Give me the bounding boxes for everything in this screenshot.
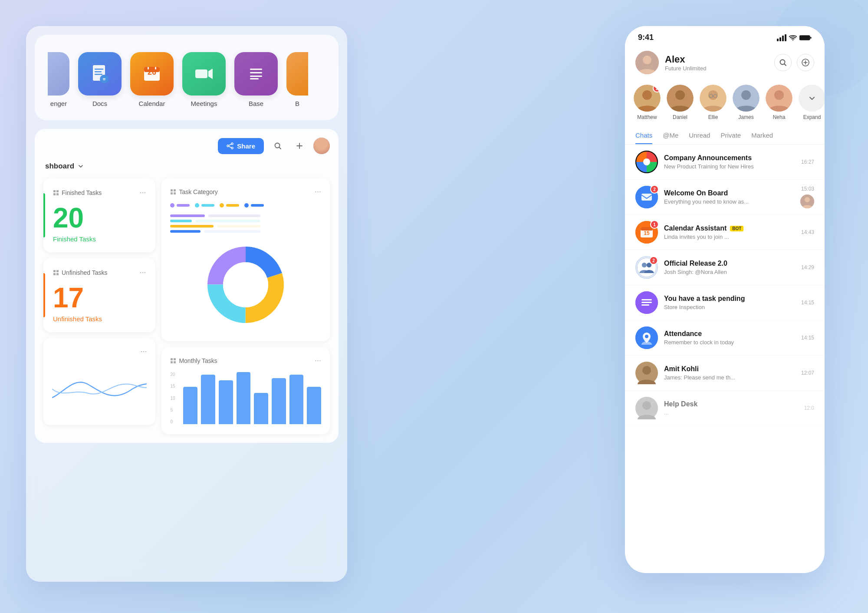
user-avatar[interactable]	[313, 138, 330, 154]
line-chart-menu-dots[interactable]: ···	[140, 347, 147, 356]
svg-rect-4	[95, 71, 102, 73]
chat-calendar-assistant[interactable]: 15 1 Calendar Assistant BOT Linda invite…	[625, 215, 825, 250]
attendance-meta: 14:15	[801, 335, 814, 341]
dropdown-arrow-icon[interactable]	[78, 163, 84, 169]
orange-stripe	[43, 273, 45, 317]
battery-icon	[799, 35, 812, 41]
tab-private[interactable]: Private	[720, 127, 741, 144]
chat-official-release[interactable]: 2 Official Release 2.0 Josh Singh: @Nora…	[625, 250, 825, 285]
add-action-button[interactable]	[797, 54, 814, 71]
finished-title-text: Finished Tasks	[62, 189, 102, 196]
chat-help-desk[interactable]: Help Desk ... 12:0	[625, 391, 825, 426]
chat-avatar-help	[635, 397, 658, 419]
tab-chats[interactable]: Chats	[635, 127, 652, 144]
svg-rect-5	[95, 74, 102, 75]
share-button[interactable]: Share	[218, 138, 264, 154]
contact-daniel[interactable]: Daniel	[667, 85, 694, 120]
contact-neha[interactable]: Neha	[766, 85, 792, 120]
profile-text: Alex Future Unlimited	[665, 54, 706, 72]
app-icon-meetings[interactable]: Meetings	[182, 52, 226, 107]
legend-dot-yellow	[220, 203, 224, 208]
james-avatar-svg	[733, 85, 760, 112]
legend-purple	[170, 203, 190, 208]
finished-menu-dots[interactable]: ···	[139, 188, 146, 197]
monthly-menu-dots[interactable]: ···	[315, 356, 321, 365]
docs-icon	[89, 63, 111, 85]
svg-rect-51	[779, 37, 781, 41]
contact-matthew[interactable]: 2 Matthew	[634, 85, 661, 120]
grid-icon-unfinished	[53, 270, 59, 276]
meetings-icon	[193, 63, 215, 85]
tab-private-label: Private	[720, 132, 741, 139]
svg-line-59	[784, 64, 786, 66]
tab-me[interactable]: @Me	[663, 127, 678, 144]
legend-blue	[244, 203, 264, 208]
svg-rect-36	[56, 273, 59, 275]
attendance-preview: Remember to clock in today	[664, 339, 795, 346]
finished-card-header: Finished Tasks ···	[53, 188, 146, 197]
expand-label: Expand	[803, 114, 821, 120]
svg-rect-3	[95, 69, 103, 70]
bar-row-yellow	[170, 225, 321, 227]
tab-unread[interactable]: Unread	[689, 127, 710, 144]
welcome-time: 15:03	[801, 186, 814, 192]
bar-3	[219, 380, 233, 424]
legend-dot-cyan	[195, 203, 199, 208]
donut-card-header: Task Category ···	[170, 187, 321, 196]
profile-subtitle: Future Unlimited	[665, 65, 706, 72]
contact-james[interactable]: James	[733, 85, 760, 120]
donut-menu-dots[interactable]: ···	[315, 187, 321, 196]
chat-company-announcements[interactable]: Company Announcements New Product Traini…	[625, 145, 825, 180]
svg-point-73	[741, 90, 751, 100]
svg-rect-8	[103, 79, 105, 80]
app-icon-label-base: Base	[249, 100, 263, 107]
app-icon-calendar[interactable]: 26 Calendar	[130, 52, 174, 107]
status-time: 9:41	[638, 33, 654, 42]
chat-attendance[interactable]: Attendance Remember to clock in today 14…	[625, 320, 825, 356]
add-icon	[296, 142, 303, 150]
chat-welcome-on-board[interactable]: 2 Welcome On Board Everything you need t…	[625, 180, 825, 215]
bar-5	[254, 393, 268, 424]
company-avatar-svg	[635, 151, 658, 173]
add-toolbar-button[interactable]	[292, 138, 307, 154]
legend-bar-purple	[177, 204, 190, 207]
james-name: James	[738, 114, 753, 120]
chat-amit-kohli[interactable]: Amit Kohli James: Please send me th... 1…	[625, 356, 825, 391]
bar-row-blue	[170, 230, 321, 233]
svg-rect-16	[250, 69, 262, 70]
app-icon-messenger-partial[interactable]: enger	[48, 52, 69, 107]
ellie-avatar	[700, 85, 727, 112]
app-icon-extra-partial[interactable]: B	[286, 52, 308, 107]
help-avatar-svg	[635, 397, 658, 419]
svg-point-45	[223, 262, 268, 307]
search-action-button[interactable]	[774, 54, 792, 71]
app-icon-base[interactable]: Base	[234, 52, 278, 107]
monthly-tasks-card: Monthly Tasks ··· 20 15 10 5 0	[161, 347, 330, 434]
line-chart-svg	[52, 363, 147, 419]
unfinished-title-text: Unfinished Tasks	[62, 269, 108, 276]
svg-rect-91	[641, 299, 652, 300]
search-toolbar-button[interactable]	[270, 138, 286, 154]
calendar-name-text: Calendar Assistant	[664, 224, 727, 232]
tab-me-label: @Me	[663, 132, 678, 139]
svg-rect-14	[195, 69, 207, 78]
bar-8	[307, 387, 321, 424]
calendar-icon: 26	[141, 63, 163, 85]
svg-rect-7	[103, 78, 105, 79]
unfinished-menu-dots[interactable]: ···	[139, 268, 146, 277]
profile-avatar[interactable]	[635, 51, 659, 74]
y-label-0: 0	[170, 419, 175, 424]
expand-button[interactable]: Expand	[799, 85, 825, 120]
app-icon-docs[interactable]: Docs	[78, 52, 122, 107]
bar-chart-area: 20 15 10 5 0	[170, 372, 321, 424]
chat-task-pending[interactable]: You have a task pending Store Inspection…	[625, 285, 825, 320]
contact-ellie[interactable]: Ellie	[700, 85, 727, 120]
bot-badge: BOT	[730, 226, 743, 231]
desktop-panel: enger Docs 26	[26, 26, 347, 582]
svg-marker-15	[208, 69, 213, 79]
chat-avatar-release: 2	[635, 256, 658, 279]
tab-marked[interactable]: Marked	[751, 127, 773, 144]
profile-actions	[774, 54, 814, 71]
category-bars	[170, 214, 321, 233]
svg-line-23	[229, 144, 231, 145]
